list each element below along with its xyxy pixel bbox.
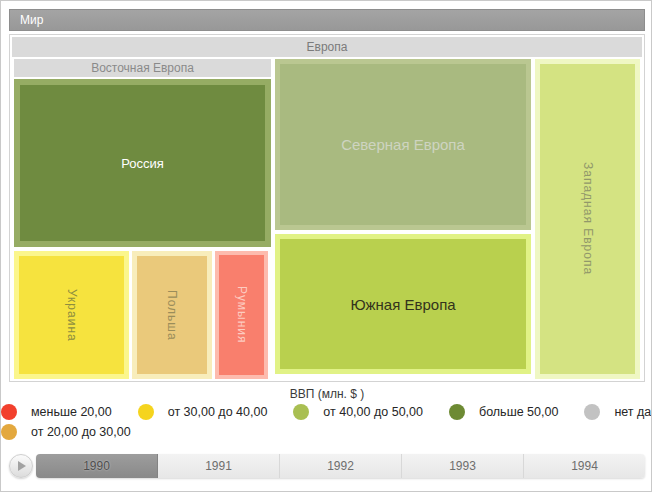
eastern-europe-bottom-row: Украина Польша Румыния	[14, 251, 271, 379]
year-segment-1994[interactable]: 1994	[524, 454, 645, 478]
treemap-node-ukraine[interactable]: Украина	[14, 251, 129, 379]
legend-color-dot-yellow	[138, 404, 154, 420]
legend: ВВП (млн. $ ) меньше 20,00 от 30,00 до 4…	[1, 387, 652, 444]
treemap-node-northern-europe[interactable]: Северная Европа	[275, 59, 531, 230]
treemap-node-western-europe-label: Западная Европа	[581, 162, 595, 275]
legend-item: от 30,00 до 40,00	[138, 404, 268, 420]
play-icon	[18, 461, 26, 471]
play-button[interactable]	[9, 454, 33, 478]
timeline: 1990 1991 1992 1993 1994	[9, 453, 645, 479]
year-segment-1991[interactable]: 1991	[158, 454, 280, 478]
legend-item-label: меньше 20,00	[31, 405, 112, 419]
treemap-node-ukraine-label: Украина	[65, 289, 79, 342]
legend-row-2: от 20,00 до 30,00	[1, 424, 652, 440]
legend-item: нет данных	[584, 404, 652, 420]
treemap-node-northern-europe-label: Северная Европа	[341, 136, 465, 153]
legend-item: от 40,00 до 50,00	[293, 404, 423, 420]
year-segment-1993[interactable]: 1993	[402, 454, 524, 478]
treemap-content: Восточная Европа Россия Украина Польша Р…	[14, 59, 640, 379]
legend-color-dot-dark-green	[449, 404, 465, 420]
legend-color-dot-gray	[584, 404, 600, 420]
year-selector: 1990 1991 1992 1993 1994	[36, 454, 645, 478]
treemap-node-romania[interactable]: Румыния	[215, 251, 268, 379]
legend-item-label: от 20,00 до 30,00	[31, 425, 131, 439]
legend-item-label: больше 50,00	[479, 405, 558, 419]
legend-color-dot-light-green	[293, 404, 309, 420]
treemap-node-russia-label: Россия	[121, 156, 164, 171]
group-eastern-europe: Восточная Европа Россия Украина Польша Р…	[14, 59, 271, 379]
year-segment-1992[interactable]: 1992	[280, 454, 402, 478]
legend-item-label: нет данных	[614, 405, 652, 419]
treemap-node-western-europe[interactable]: Западная Европа	[535, 59, 640, 379]
year-segment-1990[interactable]: 1990	[36, 454, 158, 478]
legend-color-dot-orange	[1, 424, 17, 440]
treemap-widget: { "breadcrumb": { "world_label": "Мир" }…	[0, 0, 652, 492]
legend-title: ВВП (млн. $ )	[1, 387, 652, 401]
breadcrumb-europe-bar[interactable]: Европа	[12, 37, 642, 57]
group-north-south-column: Северная Европа Южная Европа	[275, 59, 531, 379]
treemap-node-poland-label: Польша	[165, 290, 179, 341]
legend-item: больше 50,00	[449, 404, 558, 420]
group-header-eastern-europe[interactable]: Восточная Европа	[14, 59, 271, 77]
legend-color-dot-red	[1, 404, 17, 420]
legend-item-label: от 40,00 до 50,00	[323, 405, 423, 419]
treemap-panel: Европа Восточная Европа Россия Украина П…	[9, 34, 645, 382]
legend-item-label: от 30,00 до 40,00	[168, 405, 268, 419]
treemap-node-poland[interactable]: Польша	[132, 251, 212, 379]
legend-items: меньше 20,00 от 30,00 до 40,00 от 40,00 …	[1, 404, 652, 440]
breadcrumb-world-bar[interactable]: Мир	[9, 9, 645, 31]
legend-row-1: меньше 20,00 от 30,00 до 40,00 от 40,00 …	[1, 404, 652, 420]
treemap-node-romania-label: Румыния	[235, 286, 249, 344]
treemap-node-southern-europe[interactable]: Южная Европа	[275, 234, 531, 374]
treemap-node-russia[interactable]: Россия	[14, 79, 271, 247]
treemap-node-southern-europe-label: Южная Европа	[350, 296, 455, 313]
legend-item: от 20,00 до 30,00	[1, 424, 131, 440]
legend-item: меньше 20,00	[1, 404, 112, 420]
